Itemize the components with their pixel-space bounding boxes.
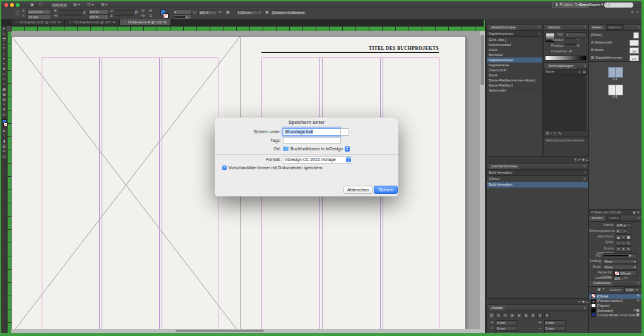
panel-menu-icon[interactable]: -≡: [637, 215, 640, 221]
new-style-icon[interactable]: ✚: [581, 300, 585, 304]
edit-original-icon[interactable]: ✎: [558, 131, 562, 135]
align-right-button[interactable]: ≡: [503, 313, 508, 318]
doc-tab-1[interactable]: ×01-kapitel.indd @ 100 %: [11, 19, 65, 25]
location-dropdown[interactable]: Buchfunktionen in InDesign ▲▼: [283, 145, 350, 152]
view-mode-button[interactable]: ◫: [1, 153, 7, 159]
swatch-item[interactable]: ⊕ [Passermarken]✕: [589, 299, 641, 304]
apply-gradient-button[interactable]: ▥: [1, 143, 7, 148]
clear-overrides-icon[interactable]: ¶: [575, 158, 576, 162]
swatch-item-selected[interactable]: [Ohne]✕: [589, 294, 641, 299]
master-item[interactable]: BI-KapitelelementeB B: [589, 54, 641, 61]
tab-gradient[interactable]: Verlauf: [546, 25, 563, 30]
links-list-empty[interactable]: [544, 75, 588, 130]
spread-label[interactable]: 2-3: [608, 77, 622, 81]
checkbox-checked-icon[interactable]: ✓: [222, 165, 227, 170]
x-position-field[interactable]: 213,5 mm: [27, 9, 51, 15]
plus-icon[interactable]: +: [539, 31, 540, 36]
close-tab-icon[interactable]: ×: [124, 20, 126, 24]
projecting-cap-button[interactable]: ▆: [626, 234, 631, 240]
formatting-affects-text-icon[interactable]: T: [1, 133, 7, 138]
filename-input[interactable]: 00-vorlage.indt: [283, 128, 341, 136]
apply-color-button[interactable]: ▮: [1, 138, 7, 143]
tab-character-styles[interactable]: Zeichenformate: [489, 164, 520, 169]
gradient-angle-field[interactable]: [565, 38, 578, 39]
corner-options-icon[interactable]: ◳: [258, 10, 261, 15]
clear-icon[interactable]: ✕: [583, 176, 586, 182]
justify-last-right-button[interactable]: ≣: [523, 313, 529, 318]
link-info-label[interactable]: Verknüpfungsinformationen: [544, 136, 588, 143]
minimize-window-button[interactable]: [10, 3, 14, 7]
justify-all-button[interactable]: ≣: [530, 313, 536, 318]
end-dropdown[interactable]: Ohne ▾: [603, 265, 637, 270]
cancel-button[interactable]: Abbrechen: [343, 186, 373, 194]
line-tool[interactable]: ╱: [1, 51, 7, 56]
plus-icon[interactable]: +: [584, 170, 586, 175]
save-button[interactable]: Sichern: [374, 186, 398, 194]
rotate-90-cw-icon[interactable]: ⟳: [141, 9, 145, 13]
drop-shadow-icon[interactable]: ▦: [226, 10, 230, 15]
new-group-icon[interactable]: ▱: [578, 158, 581, 162]
tab-layers[interactable]: Ebenen: [606, 25, 624, 30]
fullscreen-window-button[interactable]: [16, 3, 20, 7]
vertical-scrollbar-thumb[interactable]: [480, 35, 484, 85]
stroke-color-swatch[interactable]: [163, 13, 169, 18]
panel-menu-icon[interactable]: -≡: [636, 280, 640, 286]
quick-apply-icon[interactable]: ϟ: [631, 10, 633, 15]
panel-menu-icon[interactable]: -≡: [583, 25, 586, 30]
view-options-dropdown[interactable]: ▤ ▾: [73, 2, 80, 8]
panel-menu-icon[interactable]: -≡: [583, 305, 586, 311]
zoom-tool[interactable]: ◎: [1, 112, 7, 117]
stroke-type-dropdown[interactable]: ▾: [603, 253, 637, 258]
first-line-indent-field[interactable]: 0 mm: [496, 326, 517, 331]
links-column-header[interactable]: Name ▤ ⚠: [544, 69, 588, 75]
gradient-feather-tool[interactable]: ▨: [1, 92, 7, 97]
reference-point-proxy[interactable]: [14, 10, 20, 16]
left-indent-field[interactable]: 0 mm: [496, 320, 517, 325]
formatting-affects-container-icon[interactable]: ▣: [597, 287, 601, 292]
free-transform-tool[interactable]: ⌖: [1, 81, 7, 87]
right-indent-field[interactable]: 0 mm: [544, 320, 566, 325]
last-line-indent-field[interactable]: 0 mm: [544, 326, 566, 331]
screen-mode-dropdown[interactable]: ◫ ▾: [87, 2, 93, 8]
panel-menu-icon[interactable]: -≡: [537, 25, 540, 30]
paragraph-style-item[interactable]: Kapitelname: [487, 63, 542, 68]
new-group-icon[interactable]: ▱: [578, 300, 581, 304]
pages-spread-area[interactable]: 2-3 4-5: [589, 62, 641, 209]
tab-color[interactable]: Farbe: [606, 215, 621, 221]
swatch-item[interactable]: [Papier]: [589, 303, 641, 308]
shear-angle-field[interactable]: [115, 15, 134, 16]
flip-horizontal-icon[interactable]: ⇄: [149, 9, 152, 13]
update-link-icon[interactable]: ⟳: [553, 131, 557, 135]
panel-menu-icon[interactable]: -≡: [637, 25, 640, 30]
paragraph-style-item[interactable]: Basis-Fließtext: [487, 83, 542, 88]
gradient-position-field[interactable]: [565, 44, 578, 45]
rotate-90-ccw-icon[interactable]: ⟲: [141, 14, 145, 18]
corner-radius-field[interactable]: 4,233 mm: [236, 10, 258, 15]
swap-fill-stroke-icon[interactable]: ⇄: [1, 128, 7, 133]
stroke-weight-dropdown[interactable]: 0 Pt ▾: [616, 223, 632, 228]
hand-tool[interactable]: ✥: [1, 107, 7, 112]
justify-last-center-button[interactable]: ≣: [516, 313, 522, 318]
object-style-dropdown[interactable]: [Einfacher Grafikrahme ▾: [271, 10, 306, 15]
scale-x-field[interactable]: 100 %: [88, 9, 109, 15]
zoom-level-dropdown[interactable]: 100 % ▾: [51, 2, 68, 8]
close-tab-icon[interactable]: ×: [69, 20, 71, 24]
paragraph-style-item[interactable]: [Einf. Abs.]: [487, 37, 542, 42]
gradient-ramp[interactable]: [545, 56, 587, 61]
tab-stroke[interactable]: Kontur: [589, 215, 605, 221]
selection-tool[interactable]: ➤: [1, 26, 7, 31]
close-window-button[interactable]: [4, 3, 8, 7]
effects-icon[interactable]: fx: [218, 10, 222, 15]
scissors-tool[interactable]: ✂: [1, 76, 7, 81]
paragraph-style-item-selected[interactable]: Kapitelnummer: [487, 57, 542, 63]
tags-input[interactable]: [283, 137, 341, 144]
tab-swatches[interactable]: Farbfelder: [591, 280, 613, 286]
paragraph-style-item[interactable]: Überschrift: [487, 68, 542, 73]
tint-field[interactable]: 100▾: [624, 287, 636, 292]
relink-icon[interactable]: ⛓: [546, 131, 549, 135]
stock-icon[interactable]: ▢: [39, 2, 43, 8]
flip-vertical-icon[interactable]: ⇅: [149, 14, 152, 18]
master-item[interactable]: A-Seitenzahl: [589, 39, 641, 46]
rectangle-tool[interactable]: ▭: [1, 71, 7, 76]
panel-menu-icon[interactable]: -≡: [583, 164, 586, 169]
